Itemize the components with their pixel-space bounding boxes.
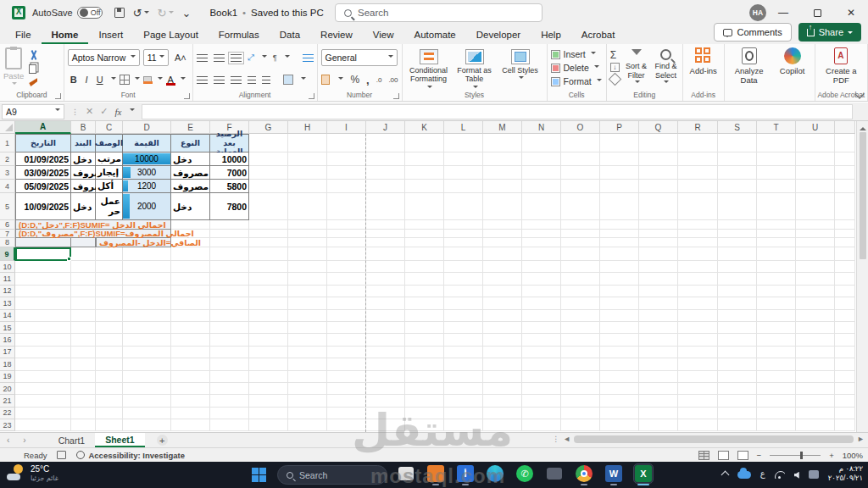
cell-G1[interactable]	[249, 134, 288, 152]
maximize-button[interactable]	[800, 0, 834, 25]
cell-F15[interactable]	[210, 322, 249, 334]
horizontal-scroll-thumb[interactable]	[574, 435, 854, 443]
cell-N6[interactable]	[522, 220, 561, 230]
cell-I20[interactable]	[327, 383, 366, 395]
cell-V23[interactable]	[835, 419, 855, 431]
table-cell-date-1[interactable]: 03/09/2025	[15, 166, 71, 180]
table-header-1[interactable]: البند	[71, 134, 96, 152]
align-bottom-icon[interactable]	[231, 54, 242, 62]
customize-toolbar-icon[interactable]: ⌄	[182, 7, 192, 19]
number-format-select[interactable]: General	[321, 49, 398, 66]
cell-D9[interactable]	[123, 247, 171, 261]
cell-G17[interactable]	[249, 347, 288, 358]
column-header-L[interactable]: L	[444, 121, 483, 134]
macro-record-icon[interactable]	[57, 451, 66, 459]
cell-Q21[interactable]	[639, 395, 678, 407]
cell-D13[interactable]	[123, 297, 171, 309]
cell-H5[interactable]	[288, 193, 327, 220]
cell-D16[interactable]	[123, 334, 171, 346]
cell-N19[interactable]	[522, 371, 561, 383]
cell-U16[interactable]	[796, 334, 835, 346]
cell-U4[interactable]	[796, 180, 835, 193]
wrap-text-icon[interactable]	[303, 54, 314, 62]
cell-H13[interactable]	[288, 297, 327, 309]
cell-Q11[interactable]	[639, 273, 678, 285]
cell-N17[interactable]	[522, 347, 561, 358]
cell-R15[interactable]	[678, 322, 718, 334]
orientation-icon[interactable]: ⤢	[248, 53, 254, 63]
cell-A16[interactable]	[15, 334, 71, 346]
decrease-indent-icon[interactable]	[248, 76, 256, 84]
cell-F13[interactable]	[210, 297, 249, 309]
row-header-14[interactable]: 14	[0, 310, 15, 322]
cell-P19[interactable]	[600, 371, 639, 383]
cell-H15[interactable]	[288, 322, 327, 334]
cell-Q12[interactable]	[639, 286, 678, 297]
cell-C10[interactable]	[96, 261, 123, 273]
cell-V2[interactable]	[835, 152, 855, 166]
clipboard-dialog-launcher[interactable]	[55, 93, 61, 99]
cell-P18[interactable]	[600, 358, 639, 370]
row-header-6[interactable]: 6	[0, 220, 15, 230]
cell-L9[interactable]	[444, 247, 483, 261]
cell-A17[interactable]	[15, 347, 71, 358]
cell-K22[interactable]	[405, 408, 444, 419]
cell-I16[interactable]	[327, 334, 366, 346]
cell-I23[interactable]	[327, 419, 366, 431]
cell-P21[interactable]	[600, 395, 639, 407]
pen-icon[interactable]	[809, 470, 819, 479]
cell-L21[interactable]	[444, 395, 483, 407]
cell-K20[interactable]	[405, 383, 444, 395]
cell-R8[interactable]	[678, 238, 718, 247]
excel-taskbar-icon[interactable]: X	[634, 464, 653, 483]
search-input[interactable]: Search	[335, 3, 542, 22]
cell-B23[interactable]	[71, 419, 96, 431]
conditional-formatting-button[interactable]: Conditional Formatting	[406, 47, 452, 92]
page-break-view-icon[interactable]	[737, 451, 748, 460]
cell-B10[interactable]	[71, 261, 96, 273]
cell-J8[interactable]	[366, 238, 405, 247]
cell-Q22[interactable]	[639, 408, 678, 419]
align-middle-icon[interactable]	[214, 54, 225, 62]
format-cells-button[interactable]: Format	[551, 75, 603, 88]
cell-P4[interactable]	[600, 180, 639, 193]
cell-K19[interactable]	[405, 371, 444, 383]
select-all-corner[interactable]	[0, 121, 15, 134]
enter-icon[interactable]: ✓	[100, 106, 108, 117]
cell-R13[interactable]	[678, 297, 718, 309]
cell-J20[interactable]	[366, 383, 405, 395]
cell-C22[interactable]	[96, 408, 123, 419]
format-painter-icon[interactable]	[29, 78, 37, 86]
cell-V15[interactable]	[835, 322, 855, 334]
cell-B13[interactable]	[71, 297, 96, 309]
zoom-slider[interactable]	[770, 455, 821, 456]
cell-L6[interactable]	[444, 220, 483, 230]
chrome-icon[interactable]	[575, 464, 593, 483]
cell-N4[interactable]	[522, 180, 561, 193]
cell-O13[interactable]	[561, 297, 600, 309]
cell-R4[interactable]	[678, 180, 718, 193]
cell-Q13[interactable]	[639, 297, 678, 309]
cell-J15[interactable]	[366, 322, 405, 334]
cell-K5[interactable]	[405, 193, 444, 220]
scroll-up-icon[interactable]	[860, 124, 866, 130]
column-header-O[interactable]: O	[561, 121, 600, 134]
table-cell-item-3[interactable]: دخل	[71, 193, 96, 220]
row-header-1[interactable]: 1	[0, 134, 15, 152]
cell-T12[interactable]	[757, 286, 796, 297]
insert-function-icon[interactable]: fx	[114, 107, 121, 117]
cell-U2[interactable]	[796, 152, 835, 166]
cell-V12[interactable]	[835, 286, 855, 297]
cell-I8[interactable]	[327, 238, 366, 247]
column-header-I[interactable]: I	[327, 121, 366, 134]
number-dialog-launcher[interactable]	[393, 93, 399, 99]
cell-H4[interactable]	[288, 180, 327, 193]
cell-M17[interactable]	[483, 347, 522, 358]
column-header-H[interactable]: H	[288, 121, 327, 134]
delete-cells-button[interactable]: Delete	[551, 61, 603, 75]
word-icon[interactable]: W	[604, 464, 623, 483]
cell-C12[interactable]	[96, 286, 123, 297]
cell-G16[interactable]	[249, 334, 288, 346]
cell-L19[interactable]	[444, 371, 483, 383]
cell-G22[interactable]	[249, 408, 288, 419]
